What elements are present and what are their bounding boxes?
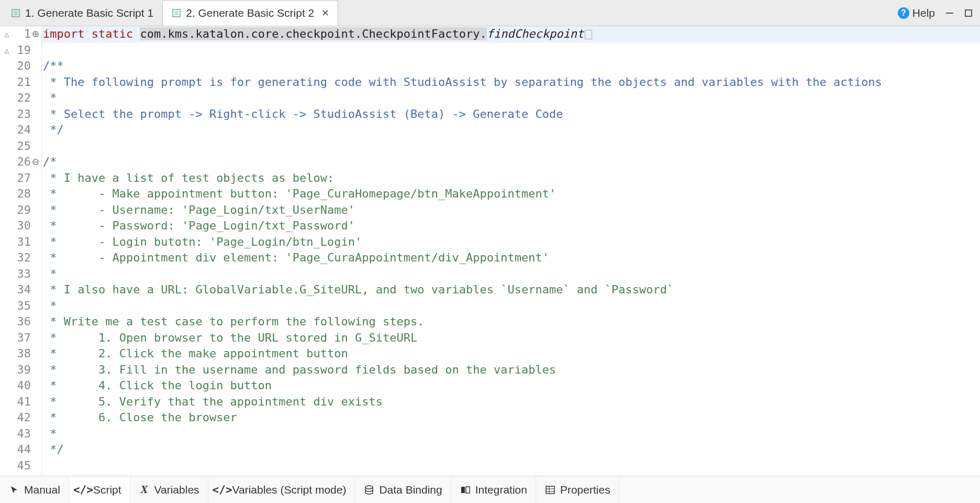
- line-number: 38: [12, 346, 31, 362]
- minimize-icon[interactable]: [943, 7, 956, 19]
- code-icon: </>: [77, 484, 89, 496]
- code-line[interactable]: *: [42, 298, 980, 314]
- tab-script-2[interactable]: 2. Generate Basic Script 2 ✕: [162, 0, 338, 26]
- code-line[interactable]: * - Login butotn: 'Page_Login/btn_Login': [42, 234, 980, 250]
- line-number: 26: [12, 154, 31, 170]
- gutter-row: 45: [0, 458, 41, 474]
- gutter-row: 39: [0, 362, 41, 378]
- gutter-row: 21: [0, 74, 41, 91]
- gutter-row: 43: [0, 426, 41, 442]
- code-line[interactable]: [42, 458, 980, 474]
- code-line[interactable]: */: [42, 122, 980, 138]
- code-line[interactable]: * - Password: 'Page_Login/txt_Password': [42, 218, 980, 234]
- code-line[interactable]: * The following prompt is for generating…: [42, 74, 980, 91]
- code-line[interactable]: * - Appointment div element: 'Page_CuraA…: [42, 250, 980, 266]
- btab-data-binding[interactable]: Data Binding: [355, 476, 451, 503]
- help-icon: ?: [898, 7, 909, 19]
- line-number: 35: [12, 298, 31, 314]
- code-line[interactable]: * I have a list of test objects as below…: [42, 170, 980, 187]
- warning-marker: △: [2, 42, 12, 59]
- grid-icon: [544, 484, 556, 496]
- btab-label: Variables (Script mode): [232, 484, 347, 496]
- code-line[interactable]: * 1. Open browser to the URL stored in G…: [42, 330, 980, 346]
- line-number: 45: [12, 458, 31, 474]
- gutter-row: 20: [0, 58, 41, 74]
- code-line[interactable]: *: [42, 266, 980, 282]
- gutter-row: 41: [0, 394, 41, 410]
- cursor-icon: [8, 484, 20, 496]
- line-number: 39: [12, 362, 31, 378]
- code-line[interactable]: * I also have a URL: GlobalVariable.G_Si…: [42, 282, 980, 298]
- fold-collapse-icon[interactable]: ⊖: [31, 154, 40, 170]
- line-number: 27: [12, 170, 31, 187]
- close-icon[interactable]: ✕: [321, 7, 329, 19]
- gutter-row: 44: [0, 442, 41, 458]
- gutter-row: 33: [0, 266, 41, 282]
- btab-variables[interactable]: X Variables: [130, 476, 208, 503]
- svg-rect-13: [546, 486, 554, 494]
- code-line[interactable]: import static com.kms.katalon.core.check…: [42, 26, 980, 42]
- code-line[interactable]: * - Make appointment button: 'Page_CuraH…: [42, 186, 980, 202]
- gutter-row: 42: [0, 410, 41, 426]
- code-line[interactable]: /**: [42, 58, 980, 74]
- gutter-row: 26⊖: [0, 154, 41, 170]
- maximize-icon[interactable]: [962, 7, 975, 19]
- line-number: 1: [12, 26, 31, 42]
- database-icon: [363, 484, 375, 496]
- code-line[interactable]: */: [42, 442, 980, 458]
- code-editor[interactable]: △1⊕△1920212223242526⊖2728293031323334353…: [0, 26, 980, 476]
- code-line[interactable]: *: [42, 426, 980, 442]
- code-line[interactable]: *: [42, 90, 980, 106]
- code-line[interactable]: /*: [42, 154, 980, 170]
- gutter: △1⊕△1920212223242526⊖2728293031323334353…: [0, 26, 42, 476]
- tab-script-1[interactable]: 1. Generate Basic Script 1: [2, 0, 162, 26]
- line-number: 28: [12, 186, 31, 202]
- code-line[interactable]: * Write me a test case to perform the fo…: [42, 314, 980, 330]
- line-number: 41: [12, 394, 31, 410]
- code-line[interactable]: * 2. Click the make appointment button: [42, 346, 980, 362]
- btab-label: Data Binding: [379, 484, 442, 496]
- help-button[interactable]: ? Help: [893, 7, 940, 19]
- gutter-row: 22: [0, 90, 41, 106]
- code-line[interactable]: * 6. Close the browser: [42, 410, 980, 426]
- integration-icon: [460, 484, 471, 496]
- warning-marker: △: [2, 26, 12, 42]
- code-line[interactable]: * 4. Click the login button: [42, 378, 980, 394]
- folded-region-icon[interactable]: [585, 30, 592, 39]
- btab-integration[interactable]: Integration: [451, 476, 536, 503]
- line-number: 29: [12, 202, 31, 218]
- x-icon: X: [139, 484, 150, 496]
- gutter-row: 38: [0, 346, 41, 362]
- code-line[interactable]: [42, 138, 980, 155]
- bottom-tab-bar: Manual </> Script X Variables </> Variab…: [0, 476, 980, 503]
- btab-manual[interactable]: Manual: [0, 476, 69, 503]
- gutter-row: 34: [0, 282, 41, 298]
- btab-label: Manual: [24, 484, 60, 496]
- gutter-row: △1⊕: [0, 26, 41, 42]
- btab-script[interactable]: </> Script: [69, 476, 130, 503]
- fold-expand-icon[interactable]: ⊕: [31, 26, 40, 42]
- gutter-row: 25: [0, 138, 41, 155]
- line-number: 30: [12, 218, 31, 234]
- line-number: 25: [12, 138, 31, 155]
- code-line[interactable]: [42, 42, 980, 59]
- code-line[interactable]: * 3. Fill in the username and password f…: [42, 362, 980, 378]
- code-area[interactable]: import static com.kms.katalon.core.check…: [42, 26, 980, 476]
- file-icon: [10, 8, 21, 18]
- btab-label: Properties: [560, 484, 610, 496]
- code-line[interactable]: * Select the prompt -> Right-click -> St…: [42, 106, 980, 123]
- btab-properties[interactable]: Properties: [536, 476, 619, 503]
- line-number: 32: [12, 250, 31, 266]
- tab-label: 1. Generate Basic Script 1: [25, 7, 153, 19]
- line-number: 19: [12, 42, 31, 59]
- gutter-row: 23: [0, 106, 41, 123]
- line-number: 40: [12, 378, 31, 394]
- line-number: 44: [12, 442, 31, 458]
- gutter-row: 36: [0, 314, 41, 330]
- btab-variables-script[interactable]: </> Variables (Script mode): [208, 476, 355, 503]
- svg-point-10: [365, 486, 373, 489]
- code-line[interactable]: * - Username: 'Page_Login/txt_UserName': [42, 202, 980, 218]
- btab-label: Integration: [475, 484, 527, 496]
- gutter-row: 35: [0, 298, 41, 314]
- code-line[interactable]: * 5. Verify that the appointment div exi…: [42, 394, 980, 410]
